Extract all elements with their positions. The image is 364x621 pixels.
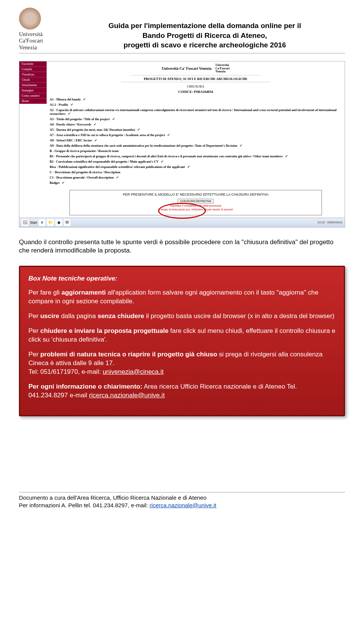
checklist-row: A9 - Data della delibera della struttura… (50, 143, 342, 148)
logo-line2: Ca'Foscari (19, 38, 43, 44)
title-line3: progetti di scavo e ricerche archeologic… (124, 41, 286, 49)
check-icon: ✔ (94, 122, 97, 126)
checklist-row: Budget ✔ (50, 180, 342, 185)
checklist-row: B4.a - Pubblicazioni significative del r… (50, 164, 342, 169)
chrome-icon[interactable]: ◉ (55, 219, 62, 226)
wait-text2: Il tempo di esecuzione puo' richiedere a… (71, 208, 320, 211)
check-icon: ✔ (161, 160, 164, 163)
body-paragraph: Quando il controllo presenta tutte le sp… (19, 238, 345, 256)
logo-line3: Venezia (19, 44, 37, 50)
sidebar-item[interactable]: Attachments (19, 83, 47, 88)
logo-text: Università Ca'Foscari Venezia (19, 31, 43, 51)
title-line1: Guida per l'implementazione della domand… (108, 22, 301, 30)
checklist-row: A4 - Parole chiave / Keywords ✔ (50, 122, 342, 127)
technical-notes-box: Box Note tecniche operative: Per fare gl… (19, 266, 345, 416)
wait-text1: Aspettare il completamento della procedu… (71, 204, 320, 207)
logo-line1: Università (19, 31, 42, 37)
notice-text: PER PRESENTARE IL MODELLO E' NECESSARIO … (71, 193, 320, 196)
ss-subtitle: PROGETTI DI ATENEO, SCAVI E RICERCHE ARC… (121, 77, 270, 82)
clock-time: 13:22 (317, 221, 325, 224)
ss-small-logo: Università Ca'Foscari Venezia (215, 64, 229, 74)
explorer-icon[interactable]: 📁 (47, 219, 54, 226)
app-sidebar: Facsimile Compila Visualizza Chiudi Atta… (19, 61, 47, 104)
checklist-row: A2 - Capacità di attivare collaborazioni… (50, 107, 342, 116)
footer-line1: Documento a cura dell'Area Ricerca, Uffi… (19, 494, 207, 501)
check-icon: ✔ (285, 154, 288, 158)
sidebar-item[interactable]: Visualizza (19, 72, 47, 77)
ricerca-email-link[interactable]: ricerca.nazionale@unive.it (89, 392, 165, 399)
title-line2: Bando Progetti di Ricerca di Ateneo, (143, 31, 267, 39)
checklist-row: A1 - Misura del bando ✔ (50, 97, 342, 102)
check-icon: ✔ (137, 128, 140, 132)
note-title: Box Note tecniche operative: (28, 274, 336, 283)
checklist-row: A1.1 - Profilo ✔ (50, 102, 342, 107)
check-icon: ✔ (240, 144, 243, 147)
start-label: Start (30, 221, 37, 224)
sidebar-item[interactable]: Facsimile (19, 61, 47, 67)
page-footer: Documento a cura dell'Area Ricerca, Uffi… (19, 492, 345, 510)
chiusura-definitiva-button[interactable]: CHIUSURA DEFINITIVA (177, 199, 214, 204)
check-icon: ✔ (71, 103, 74, 107)
footer-line2a: Per informazioni A. Pellin tel. 041.234.… (19, 502, 149, 508)
notice-box: PER PRESENTARE IL MODELLO E' NECESSARIO … (69, 190, 322, 215)
logo-block: Università Ca'Foscari Venezia (19, 8, 64, 51)
check-icon: ✔ (187, 165, 190, 169)
check-icon: ✔ (116, 176, 119, 179)
windows-taskbar: 🪟 Start e 📁 ◉ W 13:22 05/05/2016 (19, 218, 345, 227)
check-icon: ✔ (94, 138, 97, 142)
validation-checklist: A1 - Misura del bando ✔A1.1 - Profilo ✔A… (47, 95, 345, 188)
sidebar-item[interactable]: Conta caratteri (19, 93, 47, 99)
sidebar-item[interactable]: Compila (19, 67, 47, 72)
check-icon: ✔ (62, 181, 65, 185)
checklist-row: C1 - Descrizione generale / Overall desc… (50, 175, 342, 180)
page-header: Università Ca'Foscari Venezia Guida per … (19, 8, 345, 53)
cineca-email-link[interactable]: univenezia@cineca.it (103, 368, 164, 375)
embedded-screenshot: Facsimile Compila Visualizza Chiudi Atta… (19, 61, 345, 227)
check-icon: ✔ (83, 97, 86, 101)
checklist-row: A7 - Area scientifica e SSD in cui si co… (50, 132, 342, 138)
checklist-row: B1 - Personale che parteciperà al gruppo… (50, 154, 342, 159)
check-icon: ✔ (112, 117, 115, 121)
checklist-row: B2 - Curriculum scientifico del responsa… (50, 159, 342, 164)
sidebar-item[interactable]: Chiudi (19, 77, 47, 83)
sidebar-item[interactable]: Home (19, 99, 47, 104)
sidebar-item[interactable]: Immagini (19, 88, 47, 93)
footer-email-link[interactable]: ricerca.nazionale@unive.it (149, 502, 216, 508)
check-icon: ✔ (68, 112, 71, 116)
start-button-icon[interactable]: 🪟 (22, 219, 28, 226)
word-icon[interactable]: W (64, 219, 71, 226)
clock-date: 05/05/2016 (327, 221, 342, 224)
checklist-row: A8 - Settori ERC / ERC Sector ✔ (50, 138, 342, 143)
university-seal-icon (19, 8, 41, 30)
screenshot-header: Università Ca' Foscari Venezia Universit… (47, 61, 345, 95)
checklist-row: C - Descrizione del progetto di ricerca … (50, 169, 342, 175)
page-title: Guida per l'implementazione della domand… (64, 8, 345, 50)
checklist-row: B - Gruppo di ricerca proponente / Resea… (50, 148, 342, 154)
ss-chiusura: CHIUSURA (47, 85, 345, 88)
ie-icon[interactable]: e (39, 219, 46, 226)
checklist-row: A5 - Durata del progetto (in mesi, max 2… (50, 127, 342, 132)
check-icon: ✔ (167, 133, 170, 137)
ss-uni: Università Ca' Foscari Venezia (162, 66, 211, 70)
checklist-row: A3 - Titolo del progetto / Title of the … (50, 116, 342, 122)
ss-codice: CODICE: PSRA164834 (47, 90, 345, 94)
